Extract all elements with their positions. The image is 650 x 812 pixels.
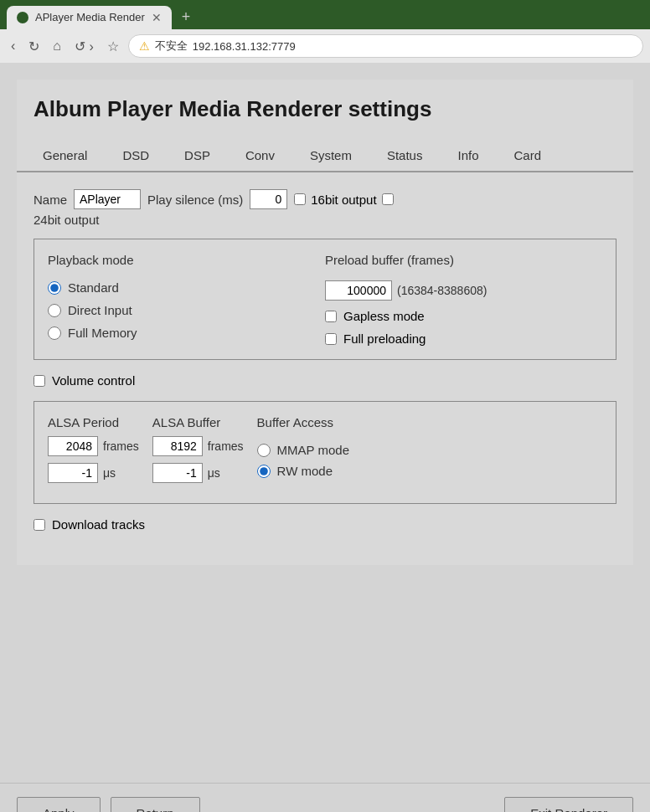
tab-conv[interactable]: Conv — [228, 139, 292, 171]
buffer-us-row: μs — [152, 463, 244, 483]
tab-favicon — [17, 12, 28, 23]
alsa-grid: ALSA Period frames μs ALSA Buffer — [48, 415, 602, 490]
alsa-buffer-col: ALSA Buffer frames μs — [152, 415, 244, 490]
exit-renderer-button[interactable]: Exit Renderer — [504, 797, 633, 812]
period-frames-input[interactable] — [48, 436, 98, 456]
silence-input[interactable] — [250, 189, 287, 209]
download-tracks-label: Download tracks — [52, 517, 145, 532]
radio-fullmem-input[interactable] — [48, 326, 61, 340]
name-row: Name Play silence (ms) 16bit output — [34, 189, 616, 209]
footer-bar: Apply Return Exit Renderer — [0, 783, 650, 812]
volume-checkbox[interactable] — [34, 375, 45, 387]
volume-label: Volume control — [52, 373, 135, 388]
alsa-period-title: ALSA Period — [48, 415, 139, 429]
apply-button[interactable]: Apply — [17, 797, 101, 812]
bit24-checkbox[interactable] — [382, 193, 394, 205]
volume-row: Volume control — [34, 373, 616, 388]
gapless-checkbox[interactable] — [325, 311, 337, 322]
name-label: Name — [34, 193, 67, 207]
tab-bar: APlayer Media Render ✕ + — [0, 0, 650, 29]
radio-fullmem: Full Memory — [48, 326, 325, 340]
radio-standard-input[interactable] — [48, 281, 61, 295]
preload-input[interactable] — [325, 280, 392, 301]
tab-close-button[interactable]: ✕ — [152, 11, 162, 24]
bookmark-button[interactable]: ☆ — [103, 37, 123, 56]
buffer-frames-input[interactable] — [152, 436, 203, 456]
page-title: Album Player Media Renderer settings — [17, 80, 633, 139]
full-preload-row: Full preloading — [325, 331, 602, 346]
period-us-unit: μs — [103, 466, 116, 480]
tab-info[interactable]: Info — [440, 139, 496, 171]
tab-dsd[interactable]: DSD — [105, 139, 167, 171]
playback-section-title: Playback mode — [48, 253, 325, 267]
buffer-frames-unit: frames — [208, 439, 244, 453]
mmap-label: MMAP mode — [277, 443, 349, 457]
alsa-buffer-title: ALSA Buffer — [152, 415, 244, 429]
settings-container: Album Player Media Renderer settings Gen… — [17, 80, 633, 565]
tab-navigation: General DSD DSP Conv System Status Info … — [17, 139, 633, 172]
security-warning-icon: ⚠ — [139, 39, 150, 53]
radio-direct-label: Direct Input — [68, 303, 132, 317]
gapless-label: Gapless mode — [343, 309, 425, 323]
address-bar[interactable]: ⚠ 不安全 192.168.31.132:7779 — [128, 34, 643, 58]
refresh-button[interactable]: ↻ — [24, 37, 44, 56]
radio-standard-label: Standard — [68, 280, 119, 295]
full-preload-label: Full preloading — [343, 331, 426, 346]
playback-grid: Playback mode Standard Direct Input Full… — [48, 253, 602, 346]
tab-title: APlayer Media Render — [35, 11, 145, 23]
forward-back-button[interactable]: ↺ › — [70, 37, 98, 56]
buffer-access-title: Buffer Access — [257, 415, 602, 429]
bit16-group: 16bit output — [294, 193, 393, 207]
silence-label: Play silence (ms) — [147, 193, 243, 207]
name-input[interactable] — [74, 189, 141, 209]
url-display: 192.168.31.132:7779 — [193, 40, 296, 53]
page-content: Album Player Media Renderer settings Gen… — [0, 63, 650, 783]
playback-right: Preload buffer (frames) (16384-8388608) … — [325, 253, 602, 346]
home-button[interactable]: ⌂ — [49, 37, 65, 55]
nav-bar: ‹ ↻ ⌂ ↺ › ☆ ⚠ 不安全 192.168.31.132:7779 — [0, 29, 650, 63]
radio-direct-input[interactable] — [48, 304, 61, 317]
playback-box: Playback mode Standard Direct Input Full… — [34, 239, 616, 360]
tab-general[interactable]: General — [25, 139, 105, 171]
buffer-access-col: Buffer Access MMAP mode RW mode — [257, 415, 602, 478]
security-label: 不安全 — [155, 39, 188, 54]
rw-radio[interactable] — [257, 465, 271, 478]
active-tab[interactable]: APlayer Media Render ✕ — [7, 6, 172, 29]
playback-left: Playback mode Standard Direct Input Full… — [48, 253, 325, 346]
bit24-label: 24bit output — [34, 213, 616, 227]
preload-row: (16384-8388608) — [325, 280, 602, 301]
preload-section-title: Preload buffer (frames) — [325, 253, 602, 267]
back-button[interactable]: ‹ — [7, 37, 19, 55]
preload-range: (16384-8388608) — [397, 284, 487, 297]
browser-chrome: APlayer Media Render ✕ + ‹ ↻ ⌂ ↺ › ☆ ⚠ 不… — [0, 0, 650, 63]
buffer-frames-row: frames — [152, 436, 244, 456]
alsa-period-col: ALSA Period frames μs — [48, 415, 139, 490]
download-row: Download tracks — [34, 517, 616, 532]
period-us-row: μs — [48, 463, 139, 483]
period-frames-row: frames — [48, 436, 139, 456]
alsa-box: ALSA Period frames μs ALSA Buffer — [34, 401, 616, 504]
period-us-input[interactable] — [48, 463, 98, 483]
tab-card[interactable]: Card — [497, 139, 560, 171]
return-button[interactable]: Return — [111, 797, 200, 812]
tab-dsp[interactable]: DSP — [167, 139, 228, 171]
download-tracks-checkbox[interactable] — [34, 519, 45, 531]
mmap-row: MMAP mode — [257, 443, 602, 457]
buffer-us-unit: μs — [208, 466, 220, 480]
new-tab-button[interactable]: + — [175, 5, 198, 29]
rw-label: RW mode — [277, 464, 333, 478]
bit16-checkbox[interactable] — [294, 193, 306, 205]
radio-standard: Standard — [48, 280, 325, 295]
radio-direct: Direct Input — [48, 303, 325, 317]
tab-system[interactable]: System — [292, 139, 369, 171]
buffer-us-input[interactable] — [152, 463, 203, 483]
rw-row: RW mode — [257, 464, 602, 478]
bit16-label: 16bit output — [311, 193, 376, 207]
gapless-row: Gapless mode — [325, 309, 602, 323]
mmap-radio[interactable] — [257, 444, 271, 457]
radio-fullmem-label: Full Memory — [68, 326, 137, 340]
main-content: Name Play silence (ms) 16bit output 24bi… — [17, 172, 633, 565]
period-frames-unit: frames — [103, 439, 139, 453]
full-preload-checkbox[interactable] — [325, 333, 337, 345]
tab-status[interactable]: Status — [369, 139, 441, 171]
